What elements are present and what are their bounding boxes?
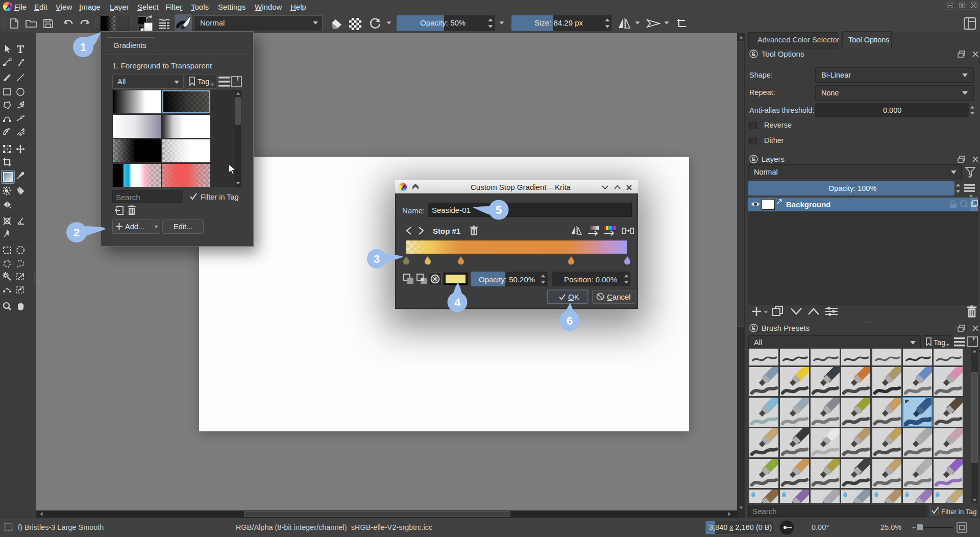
svg-text:6: 6: [567, 314, 573, 327]
svg-text:4: 4: [454, 296, 461, 309]
svg-text:5: 5: [496, 204, 502, 216]
svg-text:2: 2: [74, 226, 80, 239]
svg-text:3: 3: [374, 253, 380, 265]
svg-text:1: 1: [80, 41, 86, 54]
